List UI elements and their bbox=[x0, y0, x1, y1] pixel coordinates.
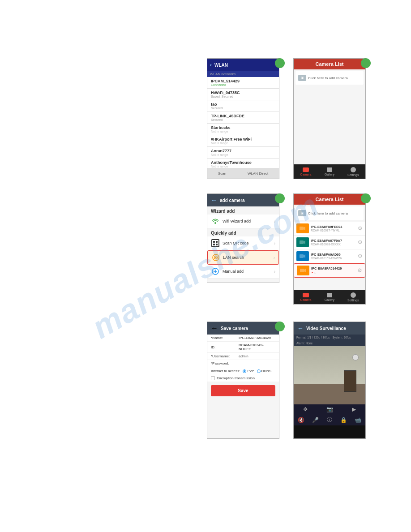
network-ipcam[interactable]: IPCAM_514429 Connected bbox=[207, 77, 279, 89]
svg-rect-7 bbox=[300, 227, 304, 230]
form-label-name: *Name: bbox=[211, 336, 237, 340]
wizard-section-label: Wizard add bbox=[207, 206, 279, 215]
encryption-checkbox[interactable] bbox=[211, 376, 215, 380]
camera-name-2: IPC-E8A8FA67F0A7 bbox=[311, 239, 356, 243]
gallery-tab-icon-full bbox=[327, 293, 332, 297]
camera-thumb-4 bbox=[297, 266, 309, 275]
add-camera-hint-full[interactable]: ▣ Click here to add camera bbox=[295, 206, 364, 220]
tab-settings[interactable]: Settings bbox=[347, 167, 359, 176]
ddns-option[interactable]: DDNS bbox=[257, 369, 272, 373]
camera-thumb-1 bbox=[296, 223, 309, 233]
add-camera-title: add camera bbox=[220, 198, 245, 203]
video-back-icon[interactable]: ← bbox=[297, 325, 304, 332]
camera-id-2: RCAM-010088-XXXXX bbox=[311, 243, 356, 246]
tab-settings-full[interactable]: Settings bbox=[347, 292, 359, 302]
gear-icon-1[interactable]: ⚙ bbox=[358, 225, 363, 232]
info-icon[interactable]: ⓘ bbox=[327, 416, 332, 424]
camera-item-3[interactable]: IPC-E8A8FA0AD66 RCAM-010169-FDWFW ⚙ bbox=[294, 249, 365, 263]
tab-camera-label: Camera bbox=[300, 173, 312, 176]
add-camera-hint[interactable]: ▣ Click here to add camera bbox=[295, 71, 364, 85]
wlan-back-icon[interactable]: ‹ bbox=[210, 62, 212, 68]
tab-gallery[interactable]: Gallery bbox=[325, 167, 334, 176]
wifi-wizard-row[interactable]: Wifi Wizard add › bbox=[207, 215, 279, 228]
network-status: Secured bbox=[211, 107, 275, 110]
svg-marker-12 bbox=[304, 254, 305, 258]
lan-search-text: LAN search bbox=[223, 255, 271, 260]
video-meta: Format: 1/1 / 720p / 30fps System: 20fps… bbox=[294, 335, 365, 346]
svg-point-3 bbox=[215, 257, 217, 258]
video-preview bbox=[294, 346, 365, 404]
snapshot-icon[interactable]: 📷 bbox=[326, 406, 333, 412]
add-camera-back-icon[interactable]: ← bbox=[211, 197, 217, 204]
svg-rect-13 bbox=[300, 269, 304, 272]
p2p-radio[interactable] bbox=[243, 369, 246, 373]
camera-item-2[interactable]: IPC-E8A8FA67F0A7 RCAM-010088-XXXXX ⚙ bbox=[294, 236, 365, 249]
lock-icon[interactable]: 🔒 bbox=[340, 417, 347, 423]
encryption-row: Encryption transmission bbox=[207, 375, 279, 382]
camera-item-1[interactable]: IPC-E8A8FA0FEE04 RCAM-010087-YIYML ⚙ bbox=[294, 222, 365, 236]
network-status: Not in range bbox=[211, 153, 275, 156]
tab-camera[interactable]: Camera bbox=[300, 167, 312, 176]
video-controls-bottom: 🔇 🎤 ⓘ 🔒 📹 bbox=[294, 414, 365, 425]
camera-name-1: IPC-E8A8FA0FEE04 bbox=[311, 225, 356, 229]
network-hkairport[interactable]: #HKAirport Free WiFi Not in range bbox=[207, 135, 279, 147]
room-door bbox=[344, 370, 356, 392]
network-tao[interactable]: tao Secured bbox=[207, 100, 279, 112]
cam-switch-icon[interactable]: 📹 bbox=[355, 417, 361, 423]
wlan-direct-button[interactable]: WLAN Direct bbox=[248, 172, 268, 176]
svg-point-0 bbox=[214, 222, 216, 224]
video-surveillance-screen: ← Video Surveillance Format: 1/1 / 720p … bbox=[293, 322, 366, 439]
save-button[interactable]: Save bbox=[211, 385, 275, 396]
save-camera-back-icon[interactable]: ← bbox=[211, 324, 218, 332]
svg-marker-10 bbox=[304, 240, 305, 244]
network-tplink[interactable]: TP-LINK_45DFDE Secured bbox=[207, 112, 279, 124]
tab-gallery-full[interactable]: Gallery bbox=[325, 293, 334, 301]
mute-icon[interactable]: 🔇 bbox=[298, 417, 304, 423]
p2p-option[interactable]: P2P bbox=[243, 369, 254, 373]
video-controls-top: ✥ 📷 ▶ bbox=[294, 404, 365, 414]
manual-add-text: Manual add bbox=[223, 269, 271, 274]
network-anran[interactable]: Anran7777 Not in range bbox=[207, 147, 279, 159]
internet-access-label: Internet to access: bbox=[211, 369, 240, 373]
form-label-id: ID: bbox=[211, 345, 237, 349]
camera-add-icon: ▣ bbox=[298, 75, 306, 81]
camera-id-4: ‣ 1 bbox=[311, 270, 355, 275]
network-status: Connected bbox=[211, 83, 275, 86]
gallery-tab-icon bbox=[327, 167, 332, 172]
save-camera-screen: ← Save camera *Name: IPC-E8A8FA514429 ID… bbox=[207, 322, 279, 439]
video-meta-format: Format: 1/1 / 720p / 30fps bbox=[296, 336, 330, 339]
gear-icon-4[interactable]: ⚙ bbox=[357, 267, 362, 274]
dot-save-camera bbox=[275, 322, 285, 331]
scan-qr-row[interactable]: Scan QR code › bbox=[207, 236, 279, 250]
gear-icon-2[interactable]: ⚙ bbox=[358, 239, 363, 245]
wlan-screen: ‹ WLAN WLAN networks IPCAM_514429 Connec… bbox=[207, 58, 279, 179]
gear-icon-3[interactable]: ⚙ bbox=[358, 253, 363, 259]
lan-search-chevron: › bbox=[274, 255, 275, 260]
video-meta-system: System: 20fps bbox=[332, 336, 351, 339]
network-starbucks[interactable]: Starbucks Not in range bbox=[207, 124, 279, 135]
camera-tab-icon-full bbox=[303, 293, 309, 297]
camera-item-4[interactable]: IPC-E8A8FA514429 ‣ 1 ⚙ bbox=[294, 263, 365, 278]
network-status: Secured bbox=[211, 118, 275, 121]
mic-icon[interactable]: 🎤 bbox=[312, 417, 319, 423]
network-hiwifi[interactable]: HiWiFi_04735C Saved, Secured bbox=[207, 89, 279, 100]
tab-camera-full[interactable]: Camera bbox=[300, 293, 312, 301]
wlan-scan-button[interactable]: Scan bbox=[218, 172, 226, 176]
record-icon[interactable]: ▶ bbox=[352, 406, 356, 412]
video-meta-alarm: Alarm: None bbox=[296, 342, 313, 345]
camera-name-4: IPC-E8A8FA514429 bbox=[311, 266, 355, 270]
network-name: TP-LINK_45DFDE bbox=[211, 114, 275, 118]
wifi-wizard-icon bbox=[211, 217, 220, 226]
network-name: IPCAM_514429 bbox=[211, 79, 275, 83]
camera-thumb-2 bbox=[296, 237, 309, 247]
move-icon[interactable]: ✥ bbox=[303, 406, 308, 412]
network-name: AnthonysTownhouse bbox=[211, 160, 275, 165]
camera-info-2: IPC-E8A8FA67F0A7 RCAM-010088-XXXXX bbox=[311, 239, 356, 246]
add-camera-screen: ← add camera Wizard add Wifi Wizard add … bbox=[207, 193, 279, 283]
add-camera-hint-text: Click here to add camera bbox=[308, 76, 348, 80]
network-status: Not in range bbox=[211, 142, 275, 145]
p2p-label: P2P bbox=[247, 369, 254, 373]
ddns-radio[interactable] bbox=[257, 369, 261, 373]
lan-search-row[interactable]: LAN search › bbox=[207, 250, 279, 265]
manual-add-row[interactable]: Manual add › bbox=[207, 265, 279, 279]
